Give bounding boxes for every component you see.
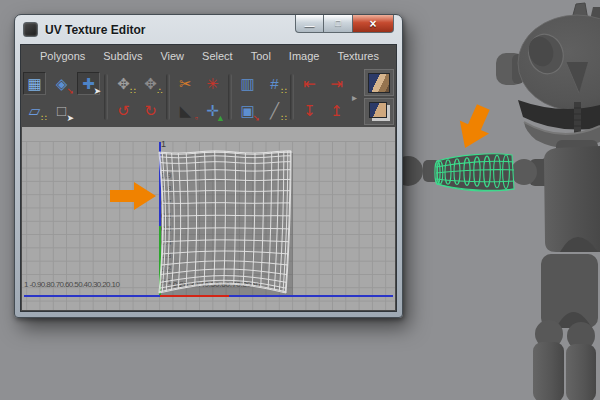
toolbar-row: ⇤⇥ [298, 72, 348, 95]
flip-uvs-overlay-icon: ▫ [195, 114, 198, 123]
unfold-uvs-button[interactable]: ▣➘ [236, 99, 259, 122]
align-uvs-right-icon: ⇥ [330, 76, 343, 91]
minimize-icon: — [305, 21, 315, 31]
uv-lattice-tool-button[interactable]: ▱∷ [23, 99, 46, 122]
flip-uvs-icon: ◣ [180, 103, 192, 118]
toolbar-groups: ▦◈➘✚➤▱∷□➤✥∷✥∴↺↻✂✳◣▫✛▲▥#∷▣➘╱∷⇤⇥↧↥ [23, 72, 348, 122]
menu-bar: PolygonsSubdivsViewSelectToolImageTextur… [21, 45, 396, 67]
toolbar-group-selection-tools: ▦◈➘✚➤▱∷□➤ [23, 72, 100, 122]
uv-lattice-tool-icon: ▱ [29, 103, 41, 118]
toolbar-row: ▥#∷ [236, 72, 286, 95]
uv-lattice-tool-overlay-icon: ∷ [41, 114, 47, 123]
minimize-button[interactable]: — [295, 15, 324, 33]
layered-image-icon [369, 102, 387, 118]
robot-elbow-joint [511, 159, 537, 185]
title-bar[interactable]: UV Texture Editor — □ × [15, 15, 402, 44]
move-uv-shell-tool-overlay-icon: ➤ [93, 87, 101, 96]
maximize-button[interactable]: □ [324, 15, 352, 33]
align-uvs-down-button[interactable]: ↧ [298, 99, 321, 122]
snap-uvs-to-grid-overlay-icon: ∷ [281, 87, 287, 96]
toolbar-row: ◣▫✛▲ [174, 99, 224, 122]
toolbar-separator [290, 74, 294, 120]
uv-smudge-tool-overlay-icon: ➘ [66, 87, 74, 96]
gather-uvs-button[interactable]: ✥∴ [139, 72, 162, 95]
menu-polygons[interactable]: Polygons [31, 48, 94, 64]
toolbar-group-cut-sew-tools: ✂✳◣▫✛▲ [174, 72, 224, 122]
spread-uvs-icon: ✥ [117, 76, 130, 91]
cut-uv-edges-button[interactable]: ✂ [174, 72, 197, 95]
toolbar-row: ▣➘╱∷ [236, 99, 286, 122]
move-uv-pivot-overlay-icon: ▲ [216, 114, 225, 123]
toolbar-overflow-icon[interactable]: ▸ [352, 92, 357, 103]
toolbar-separator [228, 74, 232, 120]
snap-uvs-to-grid-icon: # [270, 76, 278, 91]
menu-image[interactable]: Image [280, 48, 329, 64]
robot-character [393, 3, 600, 400]
toolbar-row: ✂✳ [174, 72, 224, 95]
window-controls: — □ × [295, 15, 394, 33]
rotate-uvs-cw-button[interactable]: ↻ [139, 99, 162, 122]
gather-uvs-overlay-icon: ∴ [157, 87, 163, 96]
robot-shin-left [533, 342, 564, 400]
menu-uv-sets[interactable]: UV Sets [388, 48, 397, 64]
toolbar-separator [166, 74, 170, 120]
uv-grid-select-tool-icon: ▦ [27, 76, 41, 91]
align-uvs-left-icon: ⇤ [303, 76, 316, 91]
align-uvs-left-button[interactable]: ⇤ [298, 72, 321, 95]
toolbar: ▦◈➘✚➤▱∷□➤✥∷✥∴↺↻✂✳◣▫✛▲▥#∷▣➘╱∷⇤⇥↧↥ ▸ [21, 67, 396, 127]
sew-uv-edges-button[interactable]: ✳ [201, 72, 224, 95]
close-icon: × [369, 18, 376, 30]
layout-uvs-button[interactable]: ▥ [236, 72, 259, 95]
display-filtered-image-button[interactable] [364, 98, 394, 125]
robot-shin-right [566, 344, 596, 400]
layout-uvs-icon: ▥ [240, 76, 254, 91]
menu-tool[interactable]: Tool [242, 48, 280, 64]
move-uv-shell-tool-button[interactable]: ✚➤ [77, 72, 100, 95]
u-axis-labels-left: 1 -0.90.80.70.60.50.40.30.20.10 [24, 280, 119, 289]
select-shortest-path-tool-button[interactable]: □➤ [50, 99, 73, 122]
window-client-area: PolygonsSubdivsViewSelectToolImageTextur… [20, 44, 397, 312]
uv-shell-wireframe [155, 147, 297, 299]
maximize-icon: □ [335, 19, 340, 28]
uv-grid-select-tool-button[interactable]: ▦ [23, 72, 46, 95]
toolbar-row: ↺↻ [112, 99, 162, 122]
rotate-uvs-ccw-button[interactable]: ↺ [112, 99, 135, 122]
menu-textures[interactable]: Textures [328, 48, 388, 64]
sew-uv-edges-icon: ✳ [206, 76, 219, 91]
maya-app-icon [23, 22, 38, 37]
toolbar-separator [104, 74, 108, 120]
uv-canvas[interactable]: 0.90.80.70.60.50.40.30.20.1 1 1 -0.90.80… [22, 127, 395, 310]
annotation-arrow-down [448, 102, 500, 158]
robot-pelvis [541, 254, 598, 328]
annotation-arrow-right [110, 182, 156, 210]
robot-torso [544, 146, 600, 252]
toolbar-row: ↧↥ [298, 99, 348, 122]
align-uvs-right-button[interactable]: ⇥ [325, 72, 348, 95]
toolbar-row: ✥∷✥∴ [112, 72, 162, 95]
snap-uvs-to-grid-button[interactable]: #∷ [263, 72, 286, 95]
toolbar-group-layout-tools: ▥#∷▣➘╱∷ [236, 72, 286, 122]
spread-uvs-button[interactable]: ✥∷ [112, 72, 135, 95]
menu-view[interactable]: View [151, 48, 193, 64]
display-toggles [364, 69, 394, 125]
display-image-button[interactable] [364, 69, 394, 96]
menu-select[interactable]: Select [193, 48, 242, 64]
unfold-uvs-overlay-icon: ➘ [252, 114, 260, 123]
texture-image-icon [368, 73, 390, 93]
close-button[interactable]: × [352, 15, 394, 33]
straighten-uvs-overlay-icon: ∷ [281, 114, 287, 123]
straighten-uvs-button[interactable]: ╱∷ [263, 99, 286, 122]
flip-uvs-button[interactable]: ◣▫ [174, 99, 197, 122]
cut-uv-edges-icon: ✂ [179, 76, 192, 91]
screenshot-root: UV Texture Editor — □ × PolygonsSubdivsV… [0, 0, 600, 400]
window-title: UV Texture Editor [45, 23, 145, 37]
menu-subdivs[interactable]: Subdivs [94, 48, 151, 64]
align-uvs-down-icon: ↧ [303, 103, 316, 118]
select-shortest-path-tool-overlay-icon: ➤ [66, 114, 74, 123]
toolbar-group-transform-tools: ✥∷✥∴↺↻ [112, 72, 162, 122]
align-uvs-up-button[interactable]: ↥ [325, 99, 348, 122]
uv-smudge-tool-button[interactable]: ◈➘ [50, 72, 73, 95]
move-uv-pivot-button[interactable]: ✛▲ [201, 99, 224, 122]
straighten-uvs-icon: ╱ [270, 103, 279, 118]
toolbar-row: ▱∷□➤ [23, 99, 100, 122]
